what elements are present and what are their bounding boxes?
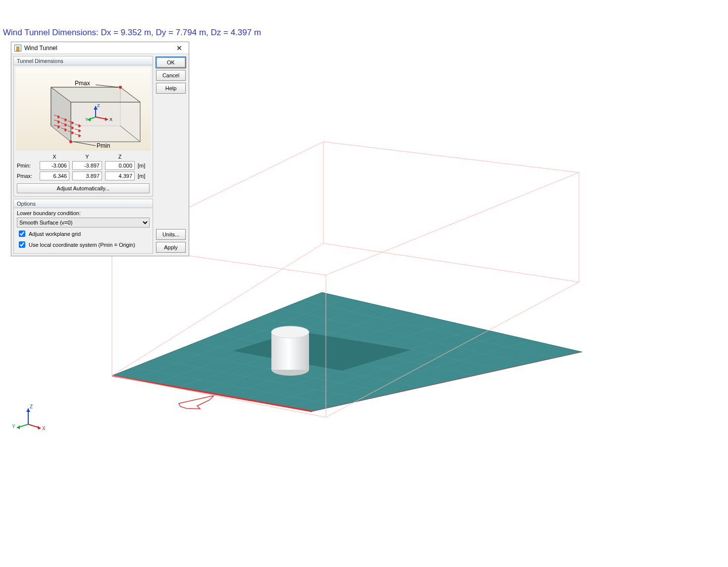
svg-marker-37 (71, 102, 140, 142)
dialog-title: Wind Tunnel (24, 45, 171, 52)
unit-pmax: [m] (138, 173, 150, 179)
workplane-checkbox-label: Adjust workplane grid (29, 231, 81, 237)
svg-line-78 (74, 142, 96, 146)
dialog-titlebar[interactable]: Wind Tunnel ✕ (11, 42, 189, 54)
svg-point-29 (271, 326, 309, 338)
gizmo-y-label: Y (12, 424, 15, 429)
localcs-checkbox[interactable] (19, 241, 25, 248)
svg-point-77 (69, 140, 72, 143)
cancel-button[interactable]: Cancel (156, 70, 186, 81)
tunnel-dimensions-panel: Tunnel Dimensions (13, 56, 153, 197)
top-annotation-label: Wind Tunnel Dimensions: Dx = 9.352 m, Dy… (3, 28, 261, 38)
workplane-checkbox[interactable] (19, 230, 25, 237)
model-cylinder (271, 326, 309, 376)
pmin-label: Pmin (97, 142, 110, 149)
pmin-z-input[interactable] (105, 161, 135, 170)
row-pmax-label: Pmax: (17, 173, 37, 179)
lbc-label: Lower boundary condition: (17, 210, 150, 216)
gizmo-x-label: X (42, 426, 46, 431)
orientation-gizmo: X Y Z (11, 404, 46, 434)
options-panel: Options Lower boundary condition: Smooth… (13, 199, 153, 254)
localcs-checkbox-label: Use local coordinate system (Pmin = Orig… (29, 242, 135, 248)
svg-text:X: X (109, 117, 112, 122)
pmax-z-input[interactable] (105, 171, 135, 180)
wind-tunnel-dialog: Wind Tunnel ✕ Tunnel Dimensions (11, 42, 189, 256)
svg-text:Y: Y (85, 117, 88, 122)
workplane-checkbox-row[interactable]: Adjust workplane grid (17, 229, 150, 238)
dimensions-table: X Y Z Pmin: [m] Pmax: [m] (14, 153, 153, 183)
tunnel-dimensions-header: Tunnel Dimensions (14, 57, 153, 65)
tunnel-diagram: X Y Z Pmax Pmin (16, 67, 151, 151)
wind-arrow-icon (179, 396, 214, 409)
localcs-checkbox-row[interactable]: Use local coordinate system (Pmin = Orig… (17, 240, 150, 249)
apply-button[interactable]: Apply (156, 242, 186, 253)
pmax-x-input[interactable] (40, 171, 69, 180)
adjust-automatically-button[interactable]: Adjust Automatically... (17, 183, 150, 193)
col-y: Y (72, 154, 102, 160)
app-icon (14, 45, 21, 52)
svg-text:Z: Z (97, 103, 100, 108)
help-button[interactable]: Help (156, 83, 186, 94)
close-button[interactable]: ✕ (171, 43, 188, 53)
viewport-3d[interactable]: Wind Tunnel Dimensions: Dx = 9.352 m, Dy… (0, 0, 728, 567)
pmin-y-input[interactable] (72, 161, 102, 170)
pmin-x-input[interactable] (40, 161, 69, 170)
gizmo-z-label: Z (30, 404, 33, 409)
pmax-label: Pmax (75, 80, 90, 87)
col-z: Z (105, 154, 135, 160)
svg-marker-22 (179, 396, 214, 409)
units-button[interactable]: Units... (156, 229, 186, 240)
svg-point-75 (119, 86, 122, 89)
row-pmin-label: Pmin: (17, 163, 37, 169)
unit-pmin: [m] (138, 163, 150, 169)
svg-line-76 (96, 85, 118, 87)
ok-button[interactable]: OK (156, 57, 186, 68)
close-icon: ✕ (176, 44, 182, 52)
pmax-y-input[interactable] (72, 171, 102, 180)
col-x: X (40, 154, 69, 160)
options-header: Options (14, 199, 153, 208)
lbc-select[interactable]: Smooth Surface (v=0) (17, 218, 150, 227)
